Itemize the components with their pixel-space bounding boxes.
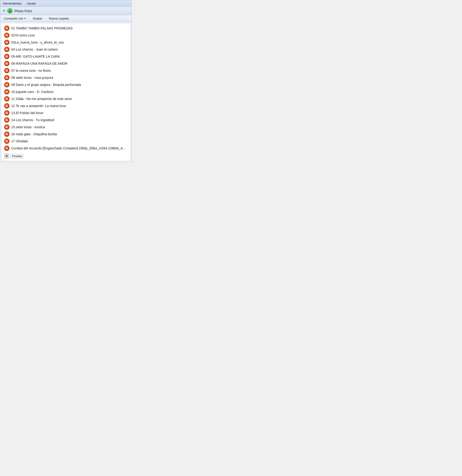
list-item[interactable]: m12 Te vas a arrepentir- La nueva luna (2, 102, 129, 110)
media-icon: m (4, 89, 9, 94)
list-item[interactable]: m03La_nueva_luna - y_ahora_te_vas (2, 39, 129, 46)
media-icon: m (4, 61, 9, 66)
list-item[interactable]: m10 juguete caro - D. Cardozo (2, 88, 129, 95)
file-name: 07 la nueva luna - no llores (11, 69, 51, 72)
folder-label: Prueba (10, 154, 24, 158)
list-item[interactable]: m13.El Polvito del Amor (2, 110, 129, 117)
media-icon: m (4, 33, 9, 38)
media-icon: m (4, 26, 9, 31)
file-name: 13.El Polvito del Amor (11, 111, 43, 115)
file-name: 14.Los charros - Tu ingratitud (11, 118, 54, 122)
media-icon: m (4, 146, 9, 151)
list-item[interactable]: m01 TAMBO TAMBO-FALSAS PROMESAS (2, 25, 129, 32)
list-item[interactable]: m16 mala gata - chiquilina bonita (2, 131, 129, 138)
list-item[interactable]: m02Yo tomo Licor (2, 32, 129, 39)
media-icon: m (4, 132, 9, 137)
file-name: 10 juguete caro - D. Cardozo (11, 90, 54, 94)
list-item[interactable]: m07 la nueva luna - no llores (2, 67, 129, 74)
burn-button[interactable]: Grabar (32, 16, 43, 21)
file-name: 11 Gilda - No me arrepiento de este amor (11, 97, 72, 101)
media-icon: m (4, 96, 9, 102)
file-name: 05-MR. GATO-LAVATE LA CARA (11, 55, 60, 58)
file-name: 08 siete lunas - rosa purpura (11, 76, 53, 79)
gear-icon: ⚙ (4, 154, 9, 158)
file-name: 09 Dario y el grupo angora - Boquita per… (11, 83, 81, 87)
file-name: 12 Te vas a arrepentir- La nueva luna (11, 104, 66, 108)
folder-item-prueba[interactable]: ⚙Prueba (2, 153, 129, 159)
media-icon: m (4, 110, 9, 116)
toolbar: Compartir con ▼ Grabar Nueva carpeta (0, 15, 132, 22)
menu-herramientas[interactable]: Herramientas (2, 1, 22, 6)
file-name: Cumbia del recuerdo [Enganchado Completo… (11, 146, 127, 150)
list-item[interactable]: m11 Gilda - No me arrepiento de este amo… (2, 95, 129, 102)
share-dropdown-arrow: ▼ (24, 17, 26, 20)
media-icon: m (4, 54, 9, 59)
media-icon: m (4, 47, 9, 52)
list-item[interactable]: m04 Los charros - Juan el cartero (2, 46, 129, 53)
list-item[interactable]: m17 Olvidala (2, 138, 129, 145)
file-name: 16 mala gata - chiquilina bonita (11, 132, 57, 136)
file-name: 17 Olvidala (11, 139, 28, 143)
file-name: 02Yo tomo Licor (11, 34, 35, 37)
file-name: 03La_nueva_luna - y_ahora_te_vas (11, 41, 64, 44)
media-icon: m (4, 68, 9, 73)
menu-bar: Herramientas Ayuda (0, 0, 132, 7)
media-icon: m (4, 125, 9, 130)
menu-ayuda[interactable]: Ayuda (26, 1, 37, 6)
breadcrumb-arrow[interactable]: ▼ (3, 9, 5, 12)
media-icon: m (4, 75, 9, 80)
app-window: Herramientas Ayuda ▼ Photo Print Compart… (0, 0, 132, 162)
file-name: 06-RAFAGA-UNA RAFAGA DE AMOR (11, 62, 67, 65)
list-item[interactable]: m09 Dario y el grupo angora - Boquita pe… (2, 81, 129, 88)
media-icon: m (4, 117, 9, 123)
app-icon (7, 8, 12, 13)
file-name: 01 TAMBO TAMBO-FALSAS PROMESAS (11, 26, 73, 30)
list-item[interactable]: m08 siete lunas - rosa purpura (2, 74, 129, 81)
new-folder-button[interactable]: Nueva carpeta (48, 16, 70, 21)
list-item[interactable]: m14.Los charros - Tu ingratitud (2, 117, 129, 124)
media-icon: m (4, 103, 9, 109)
file-list: m01 TAMBO TAMBO-FALSAS PROMESASm02Yo tom… (1, 23, 131, 161)
media-icon: m (4, 40, 9, 45)
list-item[interactable]: m05-MR. GATO-LAVATE LA CARA (2, 53, 129, 60)
list-item[interactable]: m15.siete lunas - exotica (2, 124, 129, 131)
file-name: 04 Los charros - Juan el cartero (11, 48, 58, 51)
list-item[interactable]: mCumbia del recuerdo [Enganchado Complet… (2, 145, 129, 152)
title-bar: ▼ Photo Print (0, 7, 132, 15)
page-title: Photo Print (14, 9, 32, 13)
media-icon: m (4, 82, 9, 87)
file-name: 15.siete lunas - exotica (11, 125, 45, 129)
media-icon: m (4, 139, 9, 144)
list-item[interactable]: m06-RAFAGA-UNA RAFAGA DE AMOR (2, 60, 129, 67)
share-button[interactable]: Compartir con ▼ (3, 16, 27, 21)
